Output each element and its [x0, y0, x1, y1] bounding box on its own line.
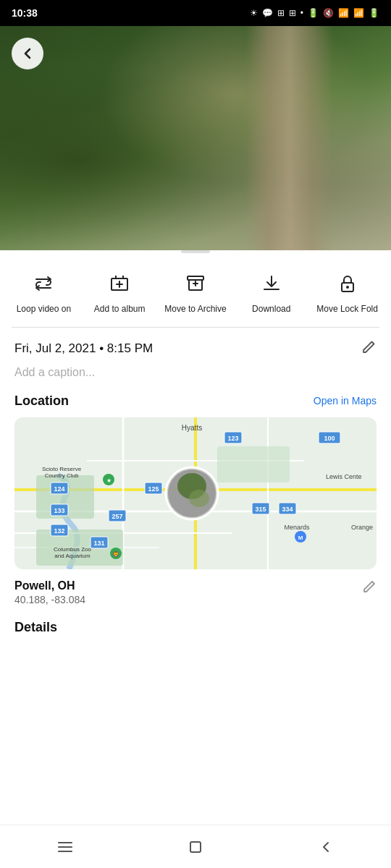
svg-text:131: 131 — [93, 540, 104, 547]
svg-point-57 — [189, 490, 209, 507]
info-section: Fri, Jul 2, 2021 • 8:15 PM Add a caption… — [0, 339, 391, 605]
signal-icon: 📶 — [353, 8, 364, 18]
mute-icon: 🔇 — [323, 8, 334, 18]
svg-text:★: ★ — [106, 477, 112, 484]
svg-rect-18 — [217, 446, 290, 482]
details-section: Details — [0, 620, 391, 635]
open-in-maps-button[interactable]: Open in Maps — [314, 395, 377, 407]
details-title: Details — [14, 620, 377, 635]
svg-text:124: 124 — [54, 485, 64, 493]
actions-row: Loop video on Add to album — [0, 253, 391, 324]
svg-text:334: 334 — [282, 506, 293, 513]
svg-text:M: M — [298, 535, 303, 541]
datetime-row: Fri, Jul 2, 2021 • 8:15 PM — [14, 339, 377, 359]
battery2-icon: 🔋 — [369, 8, 379, 18]
nav-home-button[interactable] — [174, 833, 217, 861]
add-to-album-action[interactable]: Add to album — [82, 265, 158, 318]
svg-text:257: 257 — [112, 513, 122, 520]
archive-icon — [180, 268, 211, 299]
edit-datetime-icon[interactable] — [361, 339, 377, 359]
location-details: Powell, OH 40.188, -83.084 — [14, 579, 377, 605]
move-lock-fold-label: Move Lock Fold — [316, 304, 378, 315]
download-icon — [256, 268, 287, 299]
chat-icon: 💬 — [262, 8, 273, 18]
datetime-text: Fri, Jul 2, 2021 • 8:15 PM — [14, 341, 153, 356]
lock-icon — [332, 268, 363, 299]
svg-rect-5 — [188, 276, 203, 280]
add-album-icon — [104, 268, 135, 299]
svg-text:100: 100 — [324, 435, 335, 442]
dot-icon: • — [300, 8, 303, 18]
status-icons: ☀ 💬 ⊞ ⊞ • 🔋 🔇 📶 📶 🔋 — [250, 8, 379, 18]
svg-text:Country Club: Country Club — [45, 472, 79, 479]
location-header: Location Open in Maps — [14, 393, 377, 409]
svg-point-7 — [346, 286, 349, 289]
svg-text:🦁: 🦁 — [112, 550, 119, 558]
svg-text:123: 123 — [227, 435, 238, 442]
move-to-archive-action[interactable]: Move to Archive — [158, 265, 234, 318]
nav-menu-button[interactable] — [43, 833, 87, 861]
divider — [12, 327, 379, 328]
add-album-label: Add to album — [94, 304, 146, 315]
svg-text:Lewis Cente: Lewis Cente — [326, 473, 362, 480]
download-label: Download — [252, 304, 290, 315]
apps2-icon: ⊞ — [289, 8, 296, 18]
svg-text:125: 125 — [148, 485, 159, 493]
caption-input[interactable]: Add a caption... — [14, 366, 377, 379]
photo-view — [0, 26, 391, 250]
loop-icon — [28, 268, 59, 299]
svg-text:Scioto Reserve: Scioto Reserve — [42, 466, 82, 472]
svg-text:315: 315 — [255, 506, 266, 513]
location-coordinates: 40.188, -83.084 — [14, 594, 85, 605]
move-lock-fold-action[interactable]: Move Lock Fold — [309, 265, 385, 318]
svg-text:Columbus Zoo: Columbus Zoo — [54, 546, 92, 553]
download-action[interactable]: Download — [233, 265, 309, 318]
nav-back-button[interactable] — [304, 833, 348, 861]
archive-label: Move to Archive — [164, 304, 226, 315]
map-svg: 123 100 125 315 334 124 133 132 — [14, 417, 377, 569]
svg-text:Hyatts: Hyatts — [182, 424, 202, 432]
back-button[interactable] — [12, 38, 43, 69]
bottom-sheet: Loop video on Add to album — [0, 250, 391, 635]
status-time: 10:38 — [12, 7, 38, 19]
map-container[interactable]: 123 100 125 315 334 124 133 132 — [14, 417, 377, 569]
nav-bar — [0, 825, 391, 868]
status-bar: 10:38 ☀ 💬 ⊞ ⊞ • 🔋 🔇 📶 📶 🔋 — [0, 0, 391, 26]
location-place: Powell, OH — [14, 579, 85, 592]
svg-text:Menards: Menards — [284, 524, 310, 531]
svg-text:Orange: Orange — [351, 524, 373, 531]
apps-icon: ⊞ — [277, 8, 285, 18]
svg-text:and Aquarium: and Aquarium — [54, 553, 91, 559]
svg-text:132: 132 — [54, 527, 64, 535]
location-title: Location — [14, 393, 69, 409]
edit-location-icon[interactable] — [362, 579, 377, 597]
battery-icon: 🔋 — [308, 8, 319, 18]
svg-rect-58 — [190, 842, 201, 852]
svg-text:133: 133 — [54, 507, 64, 514]
loop-video-action[interactable]: Loop video on — [6, 265, 82, 318]
sun-icon: ☀ — [250, 8, 258, 18]
loop-video-label: Loop video on — [17, 304, 71, 315]
wifi-icon: 📶 — [338, 8, 349, 18]
